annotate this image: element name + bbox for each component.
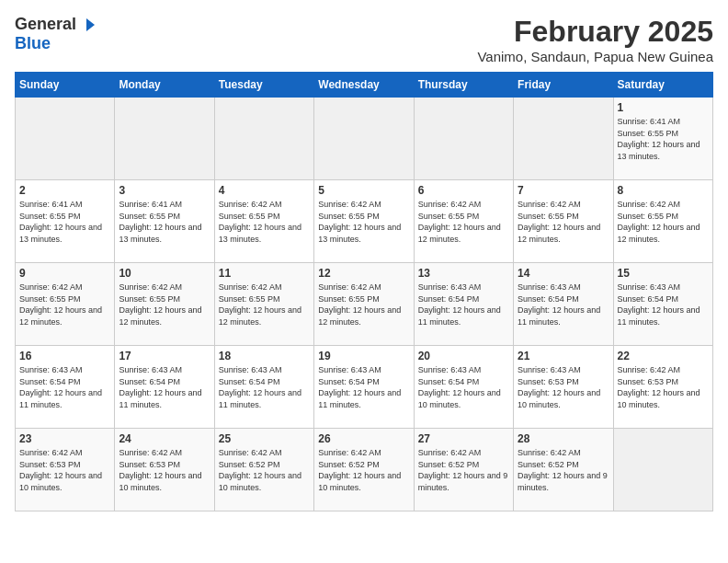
day-number: 20 [418,350,509,362]
day-info: Sunrise: 6:42 AM Sunset: 6:55 PM Dayligh… [19,282,110,327]
calendar-cell [115,98,214,180]
day-info: Sunrise: 6:42 AM Sunset: 6:53 PM Dayligh… [19,447,110,493]
calendar-cell: 10Sunrise: 6:42 AM Sunset: 6:55 PM Dayli… [115,263,214,346]
day-info: Sunrise: 6:43 AM Sunset: 6:54 PM Dayligh… [119,364,210,410]
weekday-header: Sunday [16,73,115,98]
day-number: 25 [219,432,310,445]
day-info: Sunrise: 6:43 AM Sunset: 6:54 PM Dayligh… [318,364,409,410]
day-info: Sunrise: 6:42 AM Sunset: 6:52 PM Dayligh… [318,447,409,493]
day-number: 16 [19,350,110,362]
calendar-cell: 6Sunrise: 6:42 AM Sunset: 6:55 PM Daylig… [414,180,513,263]
day-number: 24 [119,432,210,445]
weekday-header: Wednesday [314,73,414,98]
day-info: Sunrise: 6:43 AM Sunset: 6:54 PM Dayligh… [219,364,310,410]
calendar-cell: 18Sunrise: 6:43 AM Sunset: 6:54 PM Dayli… [214,346,313,429]
calendar-cell: 22Sunrise: 6:42 AM Sunset: 6:53 PM Dayli… [613,346,712,429]
day-number: 17 [119,350,210,362]
calendar-cell: 1Sunrise: 6:41 AM Sunset: 6:55 PM Daylig… [613,98,712,180]
calendar-cell: 13Sunrise: 6:43 AM Sunset: 6:54 PM Dayli… [414,263,513,346]
calendar-cell: 7Sunrise: 6:42 AM Sunset: 6:55 PM Daylig… [514,180,613,263]
calendar-cell: 19Sunrise: 6:43 AM Sunset: 6:54 PM Dayli… [314,346,414,429]
day-info: Sunrise: 6:42 AM Sunset: 6:53 PM Dayligh… [119,447,210,493]
calendar-cell: 12Sunrise: 6:42 AM Sunset: 6:55 PM Dayli… [314,263,414,346]
day-number: 15 [618,267,709,280]
weekday-header: Tuesday [214,73,313,98]
calendar-cell: 23Sunrise: 6:42 AM Sunset: 6:53 PM Dayli… [16,429,115,511]
day-number: 14 [518,267,609,280]
calendar-cell: 8Sunrise: 6:42 AM Sunset: 6:55 PM Daylig… [613,180,712,263]
calendar-cell [414,98,513,180]
logo-bird-icon [78,17,95,33]
calendar-cell [314,98,414,180]
day-number: 27 [418,432,509,445]
calendar-cell: 9Sunrise: 6:42 AM Sunset: 6:55 PM Daylig… [16,263,115,346]
day-info: Sunrise: 6:43 AM Sunset: 6:54 PM Dayligh… [518,282,609,327]
day-info: Sunrise: 6:42 AM Sunset: 6:55 PM Dayligh… [618,199,709,245]
header: General Blue February 2025 Vanimo, Sanda… [15,15,713,64]
calendar-header-row: SundayMondayTuesdayWednesdayThursdayFrid… [16,73,713,98]
logo-blue-text: Blue [15,34,51,52]
calendar-cell: 4Sunrise: 6:42 AM Sunset: 6:55 PM Daylig… [214,180,313,263]
calendar-cell: 21Sunrise: 6:43 AM Sunset: 6:53 PM Dayli… [514,346,613,429]
day-info: Sunrise: 6:42 AM Sunset: 6:55 PM Dayligh… [119,282,210,327]
day-info: Sunrise: 6:42 AM Sunset: 6:55 PM Dayligh… [418,199,509,245]
day-number: 8 [618,184,709,197]
day-info: Sunrise: 6:42 AM Sunset: 6:52 PM Dayligh… [418,447,509,493]
day-number: 6 [418,184,509,197]
weekday-header: Thursday [414,73,513,98]
day-number: 3 [119,184,210,197]
month-title: February 2025 [477,15,713,49]
day-info: Sunrise: 6:43 AM Sunset: 6:54 PM Dayligh… [418,364,509,410]
calendar-week-row: 2Sunrise: 6:41 AM Sunset: 6:55 PM Daylig… [16,180,713,263]
day-info: Sunrise: 6:42 AM Sunset: 6:55 PM Dayligh… [318,282,409,327]
weekday-header: Saturday [613,73,712,98]
day-info: Sunrise: 6:41 AM Sunset: 6:55 PM Dayligh… [119,199,210,245]
calendar-table: SundayMondayTuesdayWednesdayThursdayFrid… [15,72,713,511]
day-number: 26 [318,432,409,445]
day-info: Sunrise: 6:42 AM Sunset: 6:55 PM Dayligh… [219,199,310,245]
calendar-cell: 20Sunrise: 6:43 AM Sunset: 6:54 PM Dayli… [414,346,513,429]
calendar-cell [214,98,313,180]
day-number: 9 [19,267,110,280]
logo: General Blue [15,15,95,53]
calendar-cell: 24Sunrise: 6:42 AM Sunset: 6:53 PM Dayli… [115,429,214,511]
calendar-cell: 25Sunrise: 6:42 AM Sunset: 6:52 PM Dayli… [214,429,313,511]
day-number: 7 [518,184,609,197]
calendar-cell: 5Sunrise: 6:42 AM Sunset: 6:55 PM Daylig… [314,180,414,263]
day-number: 12 [318,267,409,280]
calendar-cell [514,98,613,180]
title-area: February 2025 Vanimo, Sandaun, Papua New… [477,15,713,64]
day-info: Sunrise: 6:43 AM Sunset: 6:54 PM Dayligh… [19,364,110,410]
day-info: Sunrise: 6:42 AM Sunset: 6:55 PM Dayligh… [518,199,609,245]
day-info: Sunrise: 6:42 AM Sunset: 6:53 PM Dayligh… [618,364,709,410]
weekday-header: Friday [514,73,613,98]
day-info: Sunrise: 6:42 AM Sunset: 6:52 PM Dayligh… [219,447,310,493]
weekday-header: Monday [115,73,214,98]
calendar-cell: 11Sunrise: 6:42 AM Sunset: 6:55 PM Dayli… [214,263,313,346]
day-number: 5 [318,184,409,197]
calendar-cell: 2Sunrise: 6:41 AM Sunset: 6:55 PM Daylig… [16,180,115,263]
calendar-cell: 3Sunrise: 6:41 AM Sunset: 6:55 PM Daylig… [115,180,214,263]
calendar-week-row: 1Sunrise: 6:41 AM Sunset: 6:55 PM Daylig… [16,98,713,180]
day-number: 13 [418,267,509,280]
day-number: 23 [19,432,110,445]
calendar-cell [16,98,115,180]
day-info: Sunrise: 6:42 AM Sunset: 6:55 PM Dayligh… [219,282,310,327]
calendar-week-row: 23Sunrise: 6:42 AM Sunset: 6:53 PM Dayli… [16,429,713,511]
day-number: 18 [219,350,310,362]
logo-general-text: General [15,15,76,34]
day-number: 11 [219,267,310,280]
calendar-cell [613,429,712,511]
day-info: Sunrise: 6:43 AM Sunset: 6:54 PM Dayligh… [618,282,709,327]
day-info: Sunrise: 6:43 AM Sunset: 6:53 PM Dayligh… [518,364,609,410]
day-number: 28 [518,432,609,445]
day-number: 10 [119,267,210,280]
calendar-cell: 17Sunrise: 6:43 AM Sunset: 6:54 PM Dayli… [115,346,214,429]
calendar-cell: 14Sunrise: 6:43 AM Sunset: 6:54 PM Dayli… [514,263,613,346]
day-number: 21 [518,350,609,362]
day-number: 1 [618,101,709,114]
day-number: 2 [19,184,110,197]
day-info: Sunrise: 6:42 AM Sunset: 6:55 PM Dayligh… [318,199,409,245]
calendar-cell: 27Sunrise: 6:42 AM Sunset: 6:52 PM Dayli… [414,429,513,511]
calendar-cell: 15Sunrise: 6:43 AM Sunset: 6:54 PM Dayli… [613,263,712,346]
